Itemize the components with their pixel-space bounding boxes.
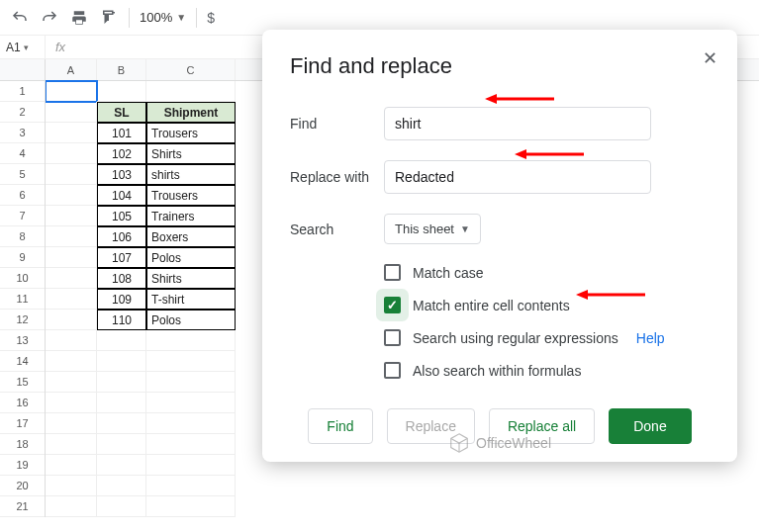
replace-input[interactable] <box>384 160 651 194</box>
select-all-corner[interactable] <box>0 59 45 81</box>
cell[interactable] <box>97 393 146 413</box>
row-header[interactable]: 16 <box>0 393 45 413</box>
cell[interactable] <box>46 289 97 310</box>
cell[interactable] <box>97 496 146 517</box>
col-header-a[interactable]: A <box>46 59 97 80</box>
col-header-c[interactable]: C <box>146 59 236 80</box>
cell[interactable] <box>46 268 97 289</box>
cell[interactable] <box>46 393 97 413</box>
row-header[interactable]: 5 <box>0 164 45 185</box>
find-input[interactable] <box>384 107 651 140</box>
cell[interactable] <box>46 455 97 476</box>
cell[interactable] <box>97 476 146 496</box>
formulas-option[interactable]: Also search within formulas <box>384 362 710 379</box>
search-scope-select[interactable]: This sheet ▼ <box>384 214 481 244</box>
cell[interactable] <box>146 81 236 102</box>
cell[interactable] <box>46 185 97 206</box>
currency-format-button[interactable]: $ <box>207 10 215 26</box>
row-header[interactable]: 14 <box>0 351 45 372</box>
row-header[interactable]: 10 <box>0 268 45 289</box>
cell[interactable] <box>46 351 97 372</box>
cell[interactable] <box>46 81 97 102</box>
cell[interactable]: Trousers <box>146 185 236 206</box>
cell[interactable] <box>146 476 236 496</box>
row-header[interactable]: 7 <box>0 206 45 226</box>
row-header[interactable]: 4 <box>0 143 45 164</box>
cell[interactable] <box>46 164 97 185</box>
cell[interactable] <box>46 206 97 226</box>
row-header[interactable]: 18 <box>0 434 45 455</box>
cell[interactable] <box>46 226 97 247</box>
cell[interactable] <box>46 476 97 496</box>
zoom-select[interactable]: 100% ▼ <box>140 10 186 25</box>
cell[interactable]: 106 <box>97 226 146 247</box>
row-header[interactable]: 21 <box>0 496 45 517</box>
redo-icon[interactable] <box>40 8 59 28</box>
cell[interactable]: Polos <box>146 310 236 330</box>
cell[interactable]: Shirts <box>146 268 236 289</box>
cell[interactable]: Boxers <box>146 226 236 247</box>
cell[interactable] <box>46 496 97 517</box>
cell[interactable]: 107 <box>97 247 146 268</box>
cell[interactable]: 110 <box>97 310 146 330</box>
cell[interactable] <box>46 413 97 434</box>
cell[interactable] <box>97 455 146 476</box>
row-header[interactable]: 8 <box>0 226 45 247</box>
cell[interactable] <box>97 434 146 455</box>
cell[interactable] <box>146 413 236 434</box>
cell[interactable]: Shipment <box>146 102 236 123</box>
cell[interactable] <box>146 351 236 372</box>
cell[interactable]: 108 <box>97 268 146 289</box>
cell[interactable] <box>146 455 236 476</box>
cell[interactable]: Trousers <box>146 123 236 143</box>
cell[interactable] <box>97 413 146 434</box>
cell[interactable] <box>46 372 97 393</box>
cell[interactable] <box>97 330 146 351</box>
close-icon[interactable]: ✕ <box>703 47 717 69</box>
row-header[interactable]: 12 <box>0 310 45 330</box>
print-icon[interactable] <box>69 8 89 28</box>
col-header-b[interactable]: B <box>97 59 146 80</box>
cell[interactable] <box>46 247 97 268</box>
cell[interactable]: SL <box>97 102 146 123</box>
cell[interactable]: T-shirt <box>146 289 236 310</box>
cell[interactable]: Shirts <box>146 143 236 164</box>
name-box[interactable]: A1 ▾ <box>0 36 46 58</box>
cell[interactable] <box>46 102 97 123</box>
cell[interactable] <box>46 143 97 164</box>
cell[interactable] <box>146 434 236 455</box>
cell[interactable] <box>97 81 146 102</box>
cell[interactable]: 101 <box>97 123 146 143</box>
paint-format-icon[interactable] <box>99 8 119 28</box>
cell[interactable] <box>46 310 97 330</box>
cell[interactable]: shirts <box>146 164 236 185</box>
cell[interactable] <box>146 330 236 351</box>
cell[interactable] <box>146 496 236 517</box>
row-header[interactable]: 17 <box>0 413 45 434</box>
row-header[interactable]: 19 <box>0 455 45 476</box>
row-header[interactable]: 15 <box>0 372 45 393</box>
cell[interactable]: 105 <box>97 206 146 226</box>
cell[interactable] <box>97 351 146 372</box>
cell[interactable]: 109 <box>97 289 146 310</box>
cell[interactable] <box>146 393 236 413</box>
cell[interactable]: 102 <box>97 143 146 164</box>
regex-option[interactable]: Search using regular expressions Help <box>384 329 710 346</box>
regex-help-link[interactable]: Help <box>636 330 665 346</box>
cell[interactable] <box>46 434 97 455</box>
done-button[interactable]: Done <box>609 408 691 444</box>
undo-icon[interactable] <box>10 8 30 28</box>
match-case-option[interactable]: Match case <box>384 264 710 281</box>
row-header[interactable]: 6 <box>0 185 45 206</box>
cell[interactable] <box>97 372 146 393</box>
row-header[interactable]: 2 <box>0 102 45 123</box>
cell[interactable]: 104 <box>97 185 146 206</box>
cell[interactable] <box>146 372 236 393</box>
row-header[interactable]: 11 <box>0 289 45 310</box>
row-header[interactable]: 3 <box>0 123 45 143</box>
row-header[interactable]: 9 <box>0 247 45 268</box>
row-header[interactable]: 20 <box>0 476 45 496</box>
cell[interactable]: Trainers <box>146 206 236 226</box>
row-header[interactable]: 1 <box>0 81 45 102</box>
cell[interactable] <box>46 330 97 351</box>
